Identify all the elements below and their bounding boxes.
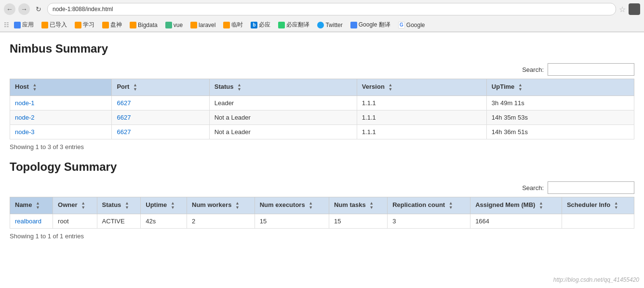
sort-icon-status: ▲▼ xyxy=(237,83,242,92)
nimbus-cell-port: 6627 xyxy=(112,110,209,125)
bookmark-study[interactable]: 学习 xyxy=(72,20,97,30)
nimbus-cell-host: node-1 xyxy=(10,96,112,110)
browser-chrome: ← → ↻ ☆ ☷ 应用 已导入 学习 盘神 Bigdata vue xyxy=(0,0,644,32)
bookmark-temp[interactable]: 临时 xyxy=(220,20,246,30)
topology-search-row: Search: xyxy=(10,181,634,194)
nimbus-showing: Showing 1 to 3 of 3 entries xyxy=(10,143,634,151)
bookmarks-bar: ☷ 应用 已导入 学习 盘神 Bigdata vue laravel xyxy=(0,18,644,32)
nimbus-search-input[interactable] xyxy=(548,63,634,76)
nimbus-cell-uptime: 14h 36m 51s xyxy=(486,125,634,139)
topology-showing: Showing 1 to 1 of 1 entries xyxy=(10,233,634,240)
topology-col-num-workers[interactable]: Num workers ▲▼ xyxy=(187,197,255,214)
reload-button[interactable]: ↻ xyxy=(33,3,44,15)
topology-cell-num-workers: 2 xyxy=(187,214,255,229)
nimbus-cell-uptime: 14h 35m 53s xyxy=(486,110,634,125)
nimbus-cell-port: 6627 xyxy=(112,125,209,139)
topology-cell-assigned-mem: 1664 xyxy=(470,214,562,229)
nimbus-col-port[interactable]: Port ▲▼ xyxy=(112,79,209,96)
nimbus-col-status[interactable]: Status ▲▼ xyxy=(209,79,357,96)
bookmark-bing-translate[interactable]: 必应翻译 xyxy=(275,20,312,30)
bookmark-bigdata[interactable]: Bigdata xyxy=(127,21,161,29)
back-button[interactable]: ← xyxy=(4,3,15,15)
topology-cell-num-executors: 15 xyxy=(255,214,329,229)
sort-icon-replication: ▲▼ xyxy=(449,201,453,210)
bookmark-apps[interactable]: 应用 xyxy=(11,20,37,30)
topology-col-status[interactable]: Status ▲▼ xyxy=(97,197,141,214)
browser-menu-button[interactable] xyxy=(629,3,640,15)
nimbus-table: Host ▲▼ Port ▲▼ Status ▲▼ Version ▲▼ UpT… xyxy=(10,79,634,139)
bookmark-laravel[interactable]: laravel xyxy=(188,21,218,29)
bookmark-twitter[interactable]: Twitter xyxy=(314,21,345,29)
nimbus-host-link[interactable]: node-2 xyxy=(15,114,34,121)
nimbus-cell-uptime: 3h 49m 11s xyxy=(486,96,634,110)
sort-icon-workers: ▲▼ xyxy=(235,201,240,210)
topology-col-num-tasks[interactable]: Num tasks ▲▼ xyxy=(329,197,387,214)
sort-icon-name: ▲▼ xyxy=(36,201,40,210)
sort-icon-tasks: ▲▼ xyxy=(369,201,374,210)
bookmark-google-translate[interactable]: Google 翻译 xyxy=(348,20,393,30)
topology-title: Topology Summary xyxy=(10,160,634,174)
sort-icon-scheduler: ▲▼ xyxy=(614,201,618,210)
topology-table: Name ▲▼ Owner ▲▼ Status ▲▼ Uptime ▲▼ Num… xyxy=(10,197,634,229)
sort-icon-executors: ▲▼ xyxy=(309,201,313,210)
topology-cell-owner: root xyxy=(53,214,97,229)
nimbus-col-host[interactable]: Host ▲▼ xyxy=(10,79,112,96)
bookmark-disk[interactable]: 盘神 xyxy=(99,20,125,30)
topology-cell-scheduler xyxy=(562,214,634,229)
topology-search-label: Search: xyxy=(522,184,544,192)
nimbus-port-link[interactable]: 6627 xyxy=(117,114,131,121)
nimbus-search-label: Search: xyxy=(522,66,544,73)
nimbus-cell-port: 6627 xyxy=(112,96,209,110)
topology-cell-status: ACTIVE xyxy=(97,214,141,229)
sort-icon-topo-status: ▲▼ xyxy=(125,201,129,210)
address-bar[interactable] xyxy=(47,3,616,15)
topology-col-owner[interactable]: Owner ▲▼ xyxy=(53,197,97,214)
topology-cell-uptime: 42s xyxy=(141,214,187,229)
bookmark-google[interactable]: G Google xyxy=(395,21,428,29)
apps-grid-icon[interactable]: ☷ xyxy=(4,22,9,28)
nimbus-table-row: node-1 6627 Leader 1.1.1 3h 49m 11s xyxy=(10,96,634,110)
nimbus-table-header: Host ▲▼ Port ▲▼ Status ▲▼ Version ▲▼ UpT… xyxy=(10,79,634,96)
browser-toolbar: ← → ↻ ☆ xyxy=(0,0,644,18)
bookmark-vue[interactable]: vue xyxy=(162,21,186,29)
topology-col-scheduler[interactable]: Scheduler Info ▲▼ xyxy=(562,197,634,214)
topology-table-row: realboard root ACTIVE 42s 2 15 15 3 1664 xyxy=(10,214,634,229)
bookmark-star-icon[interactable]: ☆ xyxy=(619,5,626,14)
nimbus-cell-host: node-3 xyxy=(10,125,112,139)
nimbus-col-version[interactable]: Version ▲▼ xyxy=(357,79,486,96)
topology-cell-name: realboard xyxy=(10,214,53,229)
nimbus-port-link[interactable]: 6627 xyxy=(117,99,131,107)
nimbus-cell-host: node-2 xyxy=(10,110,112,125)
sort-icon-owner: ▲▼ xyxy=(81,201,85,210)
forward-button[interactable]: → xyxy=(18,3,30,15)
nimbus-search-row: Search: xyxy=(10,63,634,76)
nimbus-col-uptime[interactable]: UpTime ▲▼ xyxy=(486,79,634,96)
sort-icon-version: ▲▼ xyxy=(388,83,392,92)
topology-col-name[interactable]: Name ▲▼ xyxy=(10,197,53,214)
bookmark-import[interactable]: 已导入 xyxy=(39,20,70,30)
nimbus-table-row: node-3 6627 Not a Leader 1.1.1 14h 36m 5… xyxy=(10,125,634,139)
nimbus-cell-status: Not a Leader xyxy=(209,125,357,139)
sort-icon-topo-uptime: ▲▼ xyxy=(171,201,175,210)
nimbus-cell-version: 1.1.1 xyxy=(357,96,486,110)
sort-icon-mem: ▲▼ xyxy=(539,201,543,210)
topology-search-input[interactable] xyxy=(548,181,634,194)
topology-col-assigned-mem[interactable]: Assigned Mem (MB) ▲▼ xyxy=(470,197,562,214)
sort-icon-uptime: ▲▼ xyxy=(518,83,523,92)
nimbus-host-link[interactable]: node-1 xyxy=(15,99,34,107)
sort-icon-host: ▲▼ xyxy=(33,83,37,92)
topology-name-link[interactable]: realboard xyxy=(15,218,41,225)
topology-col-uptime[interactable]: Uptime ▲▼ xyxy=(141,197,187,214)
topology-col-num-executors[interactable]: Num executors ▲▼ xyxy=(255,197,329,214)
nimbus-cell-version: 1.1.1 xyxy=(357,110,486,125)
nimbus-cell-status: Not a Leader xyxy=(209,110,357,125)
nimbus-host-link[interactable]: node-3 xyxy=(15,128,34,136)
nimbus-port-link[interactable]: 6627 xyxy=(117,128,131,136)
nimbus-cell-status: Leader xyxy=(209,96,357,110)
nimbus-cell-version: 1.1.1 xyxy=(357,125,486,139)
bookmark-bing[interactable]: b 必应 xyxy=(248,20,273,30)
topology-cell-replication: 3 xyxy=(388,214,470,229)
topology-cell-num-tasks: 15 xyxy=(329,214,387,229)
sort-icon-port: ▲▼ xyxy=(133,83,137,92)
topology-col-replication[interactable]: Replication count ▲▼ xyxy=(388,197,470,214)
